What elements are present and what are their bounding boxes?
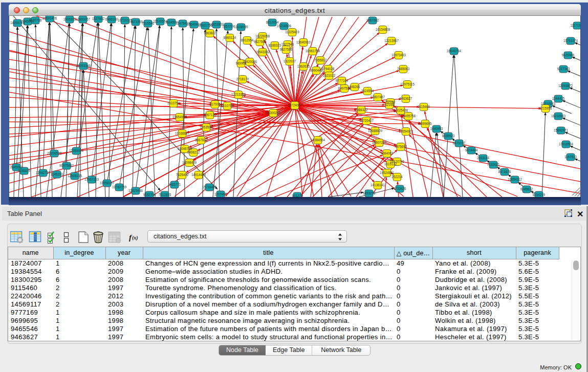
svg-text:10807487: 10807487 bbox=[371, 95, 385, 99]
svg-text:6966160: 6966160 bbox=[105, 17, 118, 21]
svg-text:9463627: 9463627 bbox=[400, 97, 412, 100]
svg-text:18724007: 18724007 bbox=[288, 103, 302, 107]
svg-text:7632621: 7632621 bbox=[487, 163, 500, 166]
svg-text:18300295: 18300295 bbox=[266, 111, 281, 115]
svg-text:1527602: 1527602 bbox=[92, 17, 105, 20]
svg-text:2087682: 2087682 bbox=[366, 18, 379, 22]
svg-text:20053346: 20053346 bbox=[76, 64, 91, 68]
svg-text:16210643: 16210643 bbox=[551, 114, 566, 118]
svg-text:1440953: 1440953 bbox=[430, 127, 443, 130]
svg-text:9245632: 9245632 bbox=[520, 187, 533, 191]
svg-text:7612893: 7612893 bbox=[159, 193, 171, 196]
svg-text:9120788: 9120788 bbox=[29, 18, 42, 22]
svg-text:6899695: 6899695 bbox=[419, 122, 432, 125]
svg-text:10046798: 10046798 bbox=[178, 147, 192, 150]
svg-text:1615132: 1615132 bbox=[384, 162, 397, 166]
svg-text:19654982: 19654982 bbox=[172, 115, 187, 119]
svg-text:1610759: 1610759 bbox=[167, 101, 180, 105]
svg-text:2845061: 2845061 bbox=[10, 165, 23, 169]
svg-text:19166827: 19166827 bbox=[175, 132, 190, 135]
svg-text:8215958: 8215958 bbox=[539, 106, 552, 110]
svg-text:6794028: 6794028 bbox=[322, 67, 335, 71]
svg-text:252214: 252214 bbox=[391, 175, 403, 179]
svg-text:8813054: 8813054 bbox=[266, 20, 279, 24]
svg-text:17654923: 17654923 bbox=[399, 129, 413, 133]
svg-text:1905313: 1905313 bbox=[63, 17, 76, 21]
svg-text:19218506: 19218506 bbox=[277, 24, 292, 28]
svg-text:9465771: 9465771 bbox=[168, 183, 181, 186]
svg-text:16154808: 16154808 bbox=[376, 28, 390, 31]
svg-text:15751074: 15751074 bbox=[563, 39, 578, 42]
svg-text:10973493: 10973493 bbox=[391, 53, 406, 57]
svg-text:9129966: 9129966 bbox=[562, 53, 575, 57]
svg-text:7975692: 7975692 bbox=[395, 145, 407, 148]
svg-text:1353594: 1353594 bbox=[200, 125, 213, 129]
svg-text:9474444: 9474444 bbox=[465, 148, 478, 152]
svg-text:1167533: 1167533 bbox=[564, 155, 577, 159]
svg-text:12213369: 12213369 bbox=[231, 93, 246, 96]
svg-text:11108995: 11108995 bbox=[234, 25, 248, 29]
svg-text:14136141: 14136141 bbox=[371, 183, 385, 187]
svg-text:9827508: 9827508 bbox=[280, 48, 293, 51]
svg-text:18807249: 18807249 bbox=[372, 141, 387, 144]
svg-text:1207465: 1207465 bbox=[214, 192, 227, 196]
svg-text:62160: 62160 bbox=[385, 103, 394, 106]
svg-text:12823446: 12823446 bbox=[128, 189, 143, 192]
svg-text:13640910: 13640910 bbox=[296, 40, 311, 44]
svg-text:2933114: 2933114 bbox=[477, 156, 490, 160]
svg-text:90975887: 90975887 bbox=[59, 164, 74, 167]
svg-text:11325419: 11325419 bbox=[285, 30, 299, 34]
svg-text:7955812: 7955812 bbox=[314, 58, 327, 62]
svg-text:817005: 817005 bbox=[209, 102, 221, 106]
svg-text:16543382: 16543382 bbox=[255, 50, 270, 54]
svg-text:15720407: 15720407 bbox=[359, 119, 374, 122]
svg-text:8154219: 8154219 bbox=[533, 193, 546, 196]
svg-text:17016504: 17016504 bbox=[559, 142, 574, 146]
svg-text:1156829: 1156829 bbox=[18, 169, 31, 172]
svg-text:19384554: 19384554 bbox=[311, 138, 325, 142]
svg-text:989961: 989961 bbox=[235, 61, 247, 65]
svg-text:2718170: 2718170 bbox=[236, 77, 249, 81]
svg-text:7625402: 7625402 bbox=[176, 173, 189, 177]
svg-text:14495758: 14495758 bbox=[401, 114, 416, 118]
svg-text:3867832: 3867832 bbox=[195, 138, 208, 142]
svg-text:14098489: 14098489 bbox=[182, 161, 197, 164]
svg-text:20206578: 20206578 bbox=[47, 151, 62, 155]
svg-text:12505135: 12505135 bbox=[68, 174, 82, 178]
svg-text:10654112: 10654112 bbox=[508, 178, 522, 181]
svg-text:10782759: 10782759 bbox=[112, 185, 127, 189]
svg-text:12213967: 12213967 bbox=[384, 39, 399, 42]
svg-text:9498212: 9498212 bbox=[187, 150, 200, 154]
svg-text:15692971: 15692971 bbox=[554, 128, 569, 132]
svg-text:12942737: 12942737 bbox=[36, 171, 51, 174]
svg-text:1362615: 1362615 bbox=[297, 64, 310, 68]
svg-text:12359924: 12359924 bbox=[69, 149, 84, 152]
svg-text:12975115: 12975115 bbox=[400, 82, 415, 86]
svg-text:1145193: 1145193 bbox=[51, 172, 63, 176]
svg-text:8912954: 8912954 bbox=[241, 38, 254, 42]
svg-text:7663822: 7663822 bbox=[204, 31, 216, 35]
svg-text:19524851: 19524851 bbox=[380, 171, 395, 174]
svg-text:8938923: 8938923 bbox=[442, 134, 455, 138]
svg-text:7857274: 7857274 bbox=[222, 25, 235, 28]
svg-text:18226058: 18226058 bbox=[255, 34, 270, 38]
svg-text:9990448: 9990448 bbox=[310, 69, 323, 72]
svg-text:1610755: 1610755 bbox=[221, 104, 234, 107]
svg-text:15716485: 15716485 bbox=[202, 185, 217, 189]
svg-text:8186323: 8186323 bbox=[269, 43, 281, 47]
svg-text:12093872: 12093872 bbox=[558, 84, 573, 87]
svg-text:1327546: 1327546 bbox=[281, 42, 294, 46]
svg-text:2986322: 2986322 bbox=[355, 108, 368, 112]
svg-text:901273: 901273 bbox=[292, 194, 303, 197]
svg-text:1322037: 1322037 bbox=[284, 59, 296, 63]
svg-text:3624554: 3624554 bbox=[361, 89, 374, 93]
svg-text:11171952: 11171952 bbox=[570, 24, 581, 27]
svg-text:7485063: 7485063 bbox=[397, 67, 410, 71]
svg-text:16648784: 16648784 bbox=[447, 49, 462, 53]
svg-text:17957253: 17957253 bbox=[84, 178, 99, 181]
svg-text:6479197: 6479197 bbox=[453, 141, 466, 145]
svg-text:8267130: 8267130 bbox=[204, 113, 216, 117]
svg-text:10688609: 10688609 bbox=[368, 129, 383, 133]
svg-text:1453276: 1453276 bbox=[363, 191, 376, 195]
svg-text:14671955: 14671955 bbox=[128, 20, 143, 24]
